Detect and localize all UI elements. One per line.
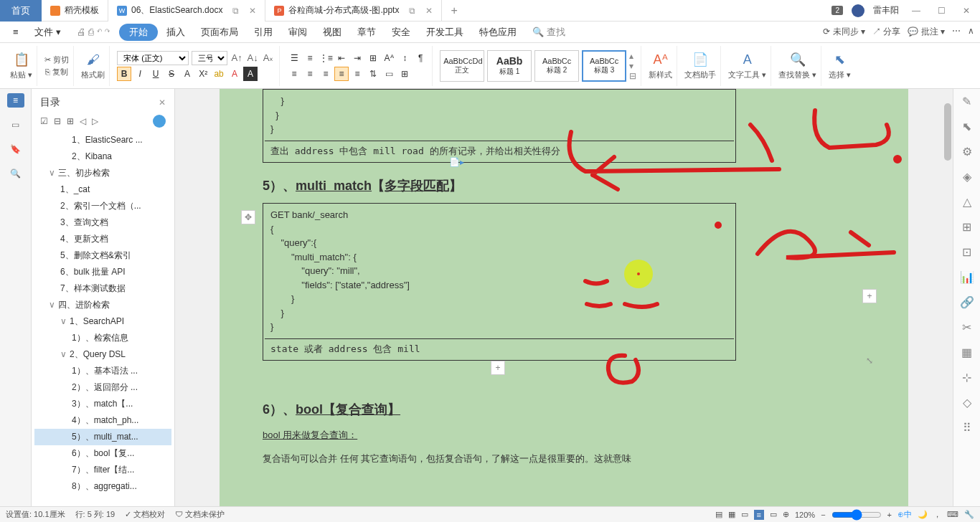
numbering-icon[interactable]: ≡ — [303, 51, 317, 65]
rb-shape-icon[interactable]: △ — [963, 195, 971, 209]
toc-item[interactable]: 2、索引一个文档（... — [34, 198, 171, 214]
tab-doc-active[interactable]: W06、ElasticSearch.docx⧉✕ — [108, 0, 265, 22]
document-area[interactable]: } } } 查出 address 中包含 mill road 的所有记录，并给出… — [175, 89, 953, 506]
format-brush[interactable]: 🖌 格式刷 — [77, 46, 110, 86]
grow-font-icon[interactable]: A↑ — [230, 52, 243, 65]
ime-menu-icon[interactable]: 🔧 — [964, 510, 974, 519]
style-normal[interactable]: AaBbCcDd正文 — [440, 50, 484, 82]
find-replace-button[interactable]: 🔍查找替换 ▾ — [774, 46, 821, 86]
rb-picture-icon[interactable]: ⊡ — [962, 245, 971, 259]
close-icon[interactable]: ✕ — [958, 6, 974, 16]
share-button[interactable]: ↗ 分享 — [872, 26, 900, 38]
toc-item[interactable]: 6、bulk 批量 API — [34, 264, 171, 280]
shading-color-icon[interactable]: ▭ — [382, 67, 396, 81]
zoom-out-icon[interactable]: − — [821, 511, 825, 519]
para-marks-icon[interactable]: ¶ — [413, 51, 428, 65]
toc-collapse-icon[interactable]: ⊟ — [54, 116, 61, 126]
rb-gallery-icon[interactable]: ▦ — [961, 346, 972, 359]
align-right-icon[interactable]: ≡ — [319, 67, 333, 81]
ime-mode-icon[interactable]: 🌙 — [918, 510, 928, 519]
quick-save-icon[interactable]: 🖨 ⎙ ↶ ↷ — [70, 24, 118, 40]
line-spacing-icon[interactable]: ⇅ — [366, 67, 380, 81]
text-tools-button[interactable]: A文字工具 ▾ — [724, 46, 771, 86]
rb-handle-icon[interactable]: ⠿ — [963, 421, 971, 435]
search-tab-icon[interactable]: 🔍 — [7, 166, 24, 181]
style-h1[interactable]: AaBb标题 1 — [487, 50, 532, 82]
select-button[interactable]: ⬉选择 ▾ — [824, 46, 855, 86]
rb-select-icon[interactable]: ⬉ — [962, 120, 971, 133]
toc-item[interactable]: 3）、match【... — [34, 396, 171, 412]
align-center-icon[interactable]: ≡ — [303, 67, 317, 81]
rb-cloud-icon[interactable]: ◇ — [963, 396, 971, 409]
rb-edit-icon[interactable]: ✎ — [962, 95, 971, 108]
tab-special[interactable]: 特色应用 — [472, 23, 524, 42]
toc-item[interactable]: 7）、filter【结... — [34, 462, 171, 478]
toc-item[interactable]: 1）、检索信息 — [34, 330, 171, 346]
toc-next-icon[interactable]: ▷ — [92, 116, 98, 126]
styles-down-icon[interactable]: ▾ — [629, 61, 636, 71]
rb-settings-icon[interactable]: ⚙ — [962, 145, 972, 158]
paragraph-tools-icon[interactable]: 📄▸ — [449, 157, 464, 167]
view-read-icon[interactable]: ≡ — [754, 510, 764, 520]
more-icon[interactable]: ⋯ — [952, 26, 961, 38]
toc-item[interactable]: 5）、multi_mat... — [34, 429, 171, 445]
status-protection[interactable]: 🛡 文档未保护 — [175, 509, 225, 520]
doc-helper-button[interactable]: 📄文档助手 — [680, 46, 721, 86]
tab-layout[interactable]: 页面布局 — [194, 23, 245, 42]
styles-up-icon[interactable]: ▴ — [629, 51, 636, 61]
sort-icon[interactable]: ↕ — [397, 51, 412, 65]
tab-devtools[interactable]: 开发工具 — [419, 23, 471, 42]
toc-item[interactable]: 5、删除文档&索引 — [34, 247, 171, 264]
tab-close-icon[interactable]: ✕ — [249, 6, 256, 16]
new-style-button[interactable]: Aᴬ新样式 — [644, 46, 677, 86]
style-h2[interactable]: AaBbCc标题 2 — [534, 50, 579, 82]
scroll-thumb[interactable] — [944, 103, 951, 161]
outline-tab-icon[interactable]: ≡ — [7, 93, 24, 108]
tab-section[interactable]: 章节 — [350, 23, 383, 42]
indent-decrease-icon[interactable]: ⇤ — [334, 51, 349, 65]
toc-sync-icon[interactable] — [153, 115, 166, 128]
toc-item[interactable]: 2）、返回部分 ... — [34, 379, 171, 396]
style-h3[interactable]: AaBbCc标题 3 — [582, 50, 626, 82]
font-color-button[interactable]: A — [227, 67, 242, 81]
cut-button[interactable]: ✂ 剪切 — [44, 54, 69, 65]
toc-prev-icon[interactable]: ◁ — [80, 116, 86, 126]
toc-item[interactable]: 2、Kibana — [34, 148, 171, 165]
collapse-ribbon-icon[interactable]: ∧ — [968, 26, 974, 38]
styles-more-icon[interactable]: ⊟ — [629, 71, 636, 81]
toc-item[interactable]: ∨四、进阶检索 — [34, 297, 171, 313]
tab-docer[interactable]: 稻壳模板 — [42, 0, 108, 22]
view-web-icon[interactable]: ▭ — [741, 510, 748, 519]
toc-item[interactable]: 1、ElasticSearc ... — [34, 132, 171, 148]
tab-reference[interactable]: 引用 — [247, 23, 280, 42]
rb-link-icon[interactable]: 🔗 — [960, 295, 974, 309]
tab-ppt[interactable]: P谷粒商城-分布式高级-图.pptx⧉✕ — [265, 0, 442, 22]
minimize-icon[interactable]: — — [908, 6, 925, 16]
tab-insert[interactable]: 插入 — [159, 23, 192, 42]
rb-tree-icon[interactable]: ⊹ — [962, 371, 971, 384]
sync-status[interactable]: ⟳ 未同步 ▾ — [823, 26, 865, 38]
zoom-in-icon[interactable]: + — [887, 511, 892, 519]
maximize-icon[interactable]: ☐ — [933, 6, 950, 16]
avatar[interactable] — [852, 4, 864, 17]
highlight-button[interactable]: ab — [212, 67, 226, 81]
font-name-select[interactable]: 宋体 (正文) — [117, 51, 189, 65]
paste-icon[interactable]: 📋 — [13, 51, 30, 68]
zoom-value[interactable]: 120% — [795, 511, 815, 519]
strike-button[interactable]: S — [164, 67, 179, 81]
table-insert-col-icon[interactable]: + — [862, 289, 877, 303]
close-panel-icon[interactable]: ✕ — [159, 98, 166, 108]
align-justify-icon[interactable]: ≡ — [334, 67, 349, 81]
toc-item[interactable]: 8）、aggregati... — [34, 478, 171, 495]
bold-button[interactable]: B — [117, 67, 131, 81]
distribute-icon[interactable]: ≡ — [350, 67, 364, 81]
menu-icon[interactable]: ≡ — [6, 24, 26, 40]
toc-item[interactable]: 1）、基本语法 ... — [34, 363, 171, 379]
tab-home[interactable]: 首页 — [0, 0, 42, 22]
rb-chart-icon[interactable]: 📊 — [960, 270, 974, 284]
indent-increase-icon[interactable]: ⇥ — [350, 51, 364, 65]
table-move-handle[interactable]: ✥ — [241, 210, 255, 224]
toc-item[interactable]: ∨2、Query DSL — [34, 346, 171, 363]
font-size-select[interactable]: 三号 — [192, 51, 227, 65]
toc-item[interactable]: 4）、match_ph... — [34, 412, 171, 429]
